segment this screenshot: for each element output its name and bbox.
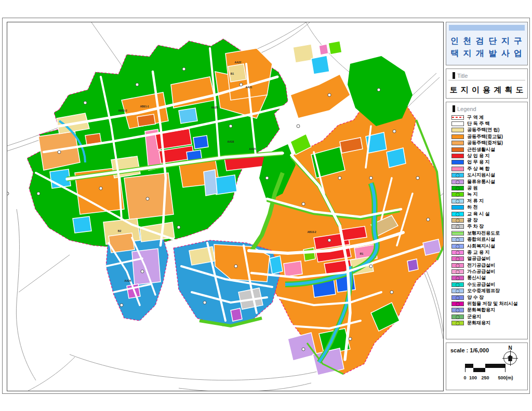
legend-swatch: [451, 134, 464, 139]
project-title-box: 인 천 검 단 지 구 택 지 개 발 사 업: [446, 22, 528, 65]
parcel-label: AB10-2: [307, 230, 316, 234]
parcel-label: R1: [360, 252, 364, 255]
legend-item: ◯공 원: [451, 185, 527, 191]
parcel-label: B2: [118, 229, 122, 232]
map-canvas[interactable]: AA22 AA21 B1 AA25 AB01-2 AB01-1 AA16 AA1…: [7, 22, 443, 391]
legend-item: ◯물류유통시설: [451, 179, 527, 185]
legend-swatch: ◯: [451, 302, 464, 306]
legend-item: ◯광 장: [451, 217, 527, 223]
legend-swatch: [451, 154, 464, 158]
north-indicator: N: [502, 345, 518, 365]
scale-box: scale : 1/6,000 N 0 100 250 500(m): [446, 342, 528, 390]
project-title-line2: 택 지 개 발 사 업: [446, 47, 527, 60]
legend-swatch: ◯: [451, 237, 464, 242]
legend-swatch: ◯: [451, 244, 464, 249]
legend-item: 단 독 주 택: [451, 120, 527, 127]
legend-item: ◯도시지원시설: [451, 172, 527, 179]
legend-swatch: ◯: [451, 295, 464, 300]
project-title-line1: 인 천 검 단 지 구: [446, 35, 527, 47]
legend-swatch: [451, 128, 464, 132]
section-marker: [453, 72, 455, 79]
title-section-header: Title: [457, 73, 468, 79]
legend-item: ◯양 수 장: [451, 294, 527, 300]
legend-item: ◯주 차 장: [451, 224, 527, 230]
legend-swatch: ◯: [451, 192, 464, 197]
legend-item: ◯군용지: [451, 313, 527, 320]
legend-swatch: ◯: [451, 321, 464, 325]
parcel-label: AB01-1: [140, 105, 149, 108]
legend-swatch: [451, 147, 464, 152]
legend-swatch: ◯: [451, 212, 464, 216]
legend-item: 구 역 계: [451, 114, 527, 120]
legend-item: ◯가스공급설비: [451, 268, 527, 275]
parcel-label: AA21: [246, 86, 252, 89]
legend-swatch: ◯: [451, 314, 464, 319]
parcel-label: AA16: [228, 140, 234, 143]
legend-swatch: [451, 115, 464, 120]
legend-item: 업 무 용 지: [451, 159, 527, 166]
scale-ticks: 0 100 250 500(m): [465, 375, 506, 382]
parcel-label: B1: [231, 72, 234, 75]
legend-swatch: ◯: [451, 173, 464, 177]
legend-item: ◯사회복지시설: [451, 243, 527, 249]
legend-item: ◯녹 지: [451, 191, 527, 198]
legend-item: ◯오수중계펌프장: [451, 288, 527, 294]
legend-swatch: [451, 167, 464, 171]
legend-swatch: [451, 231, 464, 236]
legend-swatch: ◯: [451, 250, 464, 255]
scale-bar: 0 100 250 500(m): [465, 364, 506, 382]
legend-swatch: ◯: [451, 199, 464, 203]
legend-swatch: ◯: [451, 308, 464, 312]
legend-swatch: [451, 141, 464, 145]
legend-item: ◯수도공급설비: [451, 281, 527, 287]
parcel-label: AB01-2: [118, 109, 127, 112]
legend-item: ◯종합의료시설: [451, 236, 527, 242]
legend-item: 주 상 복 합: [451, 166, 527, 172]
legend-swatch: ◯: [451, 256, 464, 261]
project-title-bar: [449, 25, 525, 31]
legend-section-header: Legend: [457, 106, 476, 112]
legend-item: ◯전기공급설비: [451, 262, 527, 268]
scale-text: scale : 1/6,000: [450, 347, 489, 353]
legend-swatch: [451, 205, 464, 210]
legend-swatch: ◯: [451, 269, 464, 274]
parcel-label: AA25: [211, 106, 218, 109]
legend-swatch: ◯: [451, 186, 464, 190]
legend-item: 공동주택(중저밀): [451, 140, 527, 146]
legend-swatch: ◯: [451, 276, 464, 280]
legend-swatch: [451, 160, 464, 165]
legend-item: ◯교 육 시 설: [451, 211, 527, 217]
legend-item: 보행자전용도로: [451, 230, 527, 236]
legend-item: ◯문화복합용지: [451, 307, 527, 313]
legend-swatch: ◯: [451, 180, 464, 184]
legend-item: ◯열공급설비: [451, 256, 527, 262]
legend-swatch: ◯: [451, 263, 464, 268]
legend-swatch: ◯: [451, 224, 464, 229]
legend-item: ◯저 류 지: [451, 198, 527, 204]
legend-swatch: ◯: [451, 282, 464, 287]
parcel-label: AA22: [235, 61, 242, 64]
legend-list: 구 역 계 단 독 주 택 공동주택(연 립) 공동주택(중고밀) 공동주택(중…: [446, 113, 527, 326]
legend-swatch: ◯: [451, 218, 464, 223]
section-marker: [453, 105, 455, 112]
legend-item: 공동주택(연 립): [451, 127, 527, 133]
legend-item: ◯통신시설: [451, 275, 527, 281]
legend-swatch: ◯: [451, 289, 464, 293]
legend-item: ◯종 교 용 지: [451, 249, 527, 255]
title-box: Title 토 지 이 용 계 획 도: [446, 68, 528, 99]
compass-icon: [503, 351, 517, 365]
legend-item: 근린생활시설: [451, 146, 527, 153]
legend-swatch: [451, 121, 464, 126]
legend-item: ◯문화재용지: [451, 320, 527, 326]
project-title: 인 천 검 단 지 구 택 지 개 발 사 업: [446, 35, 527, 60]
parcel-label: AA15: [249, 147, 256, 150]
map-title: 토 지 이 용 계 획 도: [446, 85, 527, 95]
parcel-label: AA24: [125, 279, 131, 282]
map-panel: AA22 AA21 B1 AA25 AB01-2 AB01-1 AA16 AA1…: [7, 22, 444, 391]
legend-item: 상 업 용 지: [451, 153, 527, 159]
legend-item: ◯위험물 저장 및 처리시설: [451, 300, 527, 307]
legend-item: 하 천: [451, 204, 527, 210]
legend-item: 공동주택(중고밀): [451, 133, 527, 140]
legend-box: Legend 구 역 계 단 독 주 택 공동주택(연 립) 공동주택(중고밀)…: [446, 102, 528, 339]
